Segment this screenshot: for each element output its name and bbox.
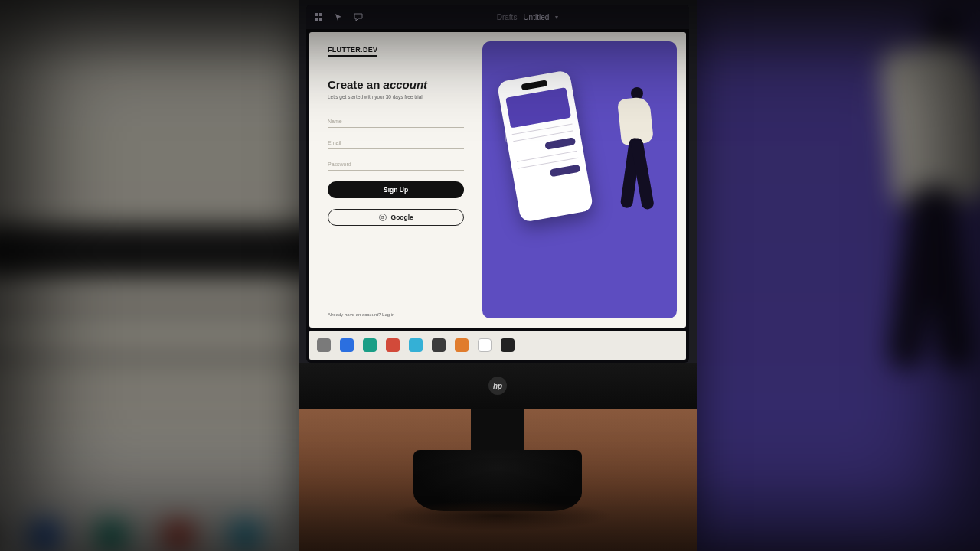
phone-button-shape	[550, 165, 581, 178]
move-tool-icon[interactable]	[334, 12, 343, 21]
monitor-bezel: hp	[299, 363, 697, 409]
signup-form: Sign Up G Google	[328, 114, 464, 226]
taskbar-app-icon[interactable]	[340, 338, 354, 352]
page-heading: Create an account	[328, 78, 464, 91]
file-title[interactable]: Drafts Untitled ▾	[497, 13, 559, 21]
monitor: Drafts Untitled ▾ FLUTTER.DEV Create an …	[299, 0, 697, 409]
google-icon: G	[379, 214, 387, 221]
stand-shadow	[383, 500, 612, 531]
hp-logo-icon: hp	[488, 377, 507, 395]
google-signin-button[interactable]: G Google	[328, 209, 464, 226]
page-subheading: Let's get started with your 30 days free…	[328, 94, 464, 100]
svg-rect-0	[315, 13, 318, 16]
taskbar-app-icon[interactable]	[501, 338, 514, 352]
draft-label: Drafts	[497, 13, 518, 21]
illustration-panel	[482, 41, 677, 318]
taskbar-app-icon[interactable]	[478, 338, 492, 352]
svg-rect-2	[315, 18, 318, 21]
taskbar-app-icon[interactable]	[455, 338, 469, 352]
bg-walking-figure-blur	[838, 9, 980, 379]
comment-icon[interactable]	[354, 12, 363, 21]
login-footnote[interactable]: Already have an account? Log in	[328, 298, 464, 317]
design-canvas: FLUTTER.DEV Create an account Let's get …	[309, 32, 686, 328]
taskbar-app-icon[interactable]	[317, 338, 331, 352]
svg-rect-1	[319, 13, 322, 16]
phone-hero-block	[506, 87, 572, 128]
google-button-label: Google	[391, 214, 413, 221]
brand-wordmark: FLUTTER.DEV	[328, 46, 377, 57]
heading-plain: Create an	[328, 78, 384, 91]
desk-and-stand	[299, 409, 697, 551]
taskbar-app-icon[interactable]	[386, 338, 400, 352]
menu-icon[interactable]	[314, 12, 323, 21]
walking-person-illustration	[609, 87, 663, 217]
name-field[interactable]	[328, 114, 464, 128]
phone-notch	[521, 80, 548, 90]
email-field[interactable]	[328, 135, 464, 149]
phone-mockup	[497, 70, 594, 223]
password-field[interactable]	[328, 157, 464, 171]
foreground-photo: Drafts Untitled ▾ FLUTTER.DEV Create an …	[299, 0, 697, 551]
heading-emphasis: account	[384, 78, 428, 91]
monitor-stand-neck	[471, 409, 524, 455]
file-name: Untitled	[523, 13, 549, 21]
signup-button[interactable]: Sign Up	[328, 181, 464, 198]
taskbar-app-icon[interactable]	[363, 338, 377, 352]
os-taskbar	[309, 331, 686, 360]
screen: Drafts Untitled ▾ FLUTTER.DEV Create an …	[306, 5, 689, 363]
signup-button-label: Sign Up	[384, 186, 408, 194]
taskbar-app-icon[interactable]	[432, 338, 446, 352]
design-app-toolbar: Drafts Untitled ▾	[306, 5, 689, 29]
svg-rect-3	[319, 18, 322, 21]
taskbar-app-icon[interactable]	[409, 338, 423, 352]
chevron-down-icon: ▾	[555, 14, 558, 21]
signup-form-pane: FLUTTER.DEV Create an account Let's get …	[309, 32, 482, 328]
phone-button-shape	[544, 137, 576, 150]
